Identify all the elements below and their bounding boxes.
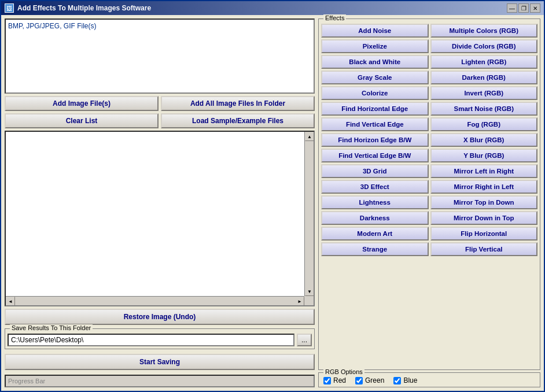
effect-button-smart-noise-rgb-[interactable]: Smart Noise (RGB) (430, 102, 538, 116)
clear-list-button[interactable]: Clear List (5, 113, 159, 128)
effect-button-x-blur-rgb-[interactable]: X Blur (RGB) (430, 133, 538, 147)
effects-label: Effects (323, 14, 346, 21)
red-checkbox[interactable] (323, 377, 331, 384)
scroll-up-arrow[interactable]: ▲ (305, 132, 314, 141)
title-bar-left: 🖼 Add Effects To Multiple Images Softwar… (5, 3, 151, 13)
horizontal-scrollbar[interactable]: ◄ ► (6, 296, 304, 305)
effect-button-lighten-rgb-[interactable]: Lighten (RGB) (430, 55, 538, 69)
green-label: Green (365, 376, 384, 384)
preview-content (6, 132, 304, 296)
right-panel: Effects Add NoiseMultiple Colors (RGB)Pi… (318, 19, 540, 387)
minimize-button[interactable]: — (507, 3, 517, 13)
btn-row-1: Add Image File(s) Add All Image Files In… (5, 96, 315, 111)
effect-button-flip-vertical[interactable]: Flip Vertical (430, 242, 538, 256)
effects-grid: Add NoiseMultiple Colors (RGB)PixelizeDi… (321, 24, 537, 256)
folder-path-input[interactable] (8, 334, 294, 346)
save-folder-label: Save Results To This Folder (10, 324, 93, 331)
effect-button-find-vertical-edge-b-w[interactable]: Find Vertical Edge B/W (321, 149, 429, 162)
load-sample-button[interactable]: Load Sample/Example Files (161, 113, 315, 128)
effect-button-3d-effect[interactable]: 3D Effect (321, 180, 429, 194)
effects-group: Effects Add NoiseMultiple Colors (RGB)Pi… (318, 19, 540, 370)
effect-button-gray-scale[interactable]: Gray Scale (321, 71, 429, 84)
rgb-options-group: RGB Options Red Green Blue (318, 372, 540, 387)
effect-button-find-horizontal-edge[interactable]: Find Horizontal Edge (321, 102, 429, 116)
scroll-down-arrow[interactable]: ▼ (305, 287, 314, 296)
rgb-row: Red Green Blue (323, 376, 535, 384)
effect-button-multiple-colors-rgb-[interactable]: Multiple Colors (RGB) (430, 24, 538, 38)
effect-button-mirror-top-in-down[interactable]: Mirror Top in Down (430, 195, 538, 209)
add-all-files-button[interactable]: Add All Image Files In Folder (161, 96, 315, 111)
window-title: Add Effects To Multiple Images Software (17, 4, 151, 12)
close-button[interactable]: ✕ (530, 3, 540, 13)
progress-bar: Progress Bar (5, 375, 315, 387)
save-folder-group: Save Results To This Folder ... (5, 328, 315, 349)
effect-button-strange[interactable]: Strange (321, 242, 429, 256)
effect-button-flip-horizontal[interactable]: Flip Horizontal (430, 227, 538, 241)
left-panel: BMP, JPG/JPEG, GIF File(s) Add Image Fil… (5, 19, 315, 387)
effect-button-lightness[interactable]: Lightness (321, 195, 429, 209)
effect-button-y-blur-rgb-[interactable]: Y Blur (RGB) (430, 149, 538, 162)
restore-button[interactable]: ❐ (518, 3, 529, 13)
scroll-left-arrow[interactable]: ◄ (6, 297, 15, 306)
effect-button-modern-art[interactable]: Modern Art (321, 227, 429, 241)
browse-button[interactable]: ... (297, 334, 312, 346)
effect-button-colorize[interactable]: Colorize (321, 86, 429, 100)
title-controls: — ❐ ✕ (507, 3, 540, 13)
effect-button-darken-rgb-[interactable]: Darken (RGB) (430, 71, 538, 84)
content-area: BMP, JPG/JPEG, GIF File(s) Add Image Fil… (1, 15, 544, 391)
effect-button-black-and-white[interactable]: Black and White (321, 55, 429, 69)
scroll-right-arrow[interactable]: ► (295, 297, 304, 306)
effect-button-find-vertical-edge[interactable]: Find Vertical Edge (321, 117, 429, 131)
file-list-box: BMP, JPG/JPEG, GIF File(s) (5, 19, 315, 94)
effect-button-3d-grid[interactable]: 3D Grid (321, 164, 429, 178)
app-icon: 🖼 (5, 3, 14, 13)
vertical-scrollbar[interactable]: ▲ ▼ (304, 132, 314, 296)
green-checkbox-item[interactable]: Green (355, 376, 384, 384)
scrollbar-corner (304, 296, 314, 305)
effect-button-find-horizon-edge-b-w[interactable]: Find Horizon Edge B/W (321, 133, 429, 147)
file-list-header: BMP, JPG/JPEG, GIF File(s) (7, 21, 312, 31)
start-saving-button[interactable]: Start Saving (5, 354, 315, 370)
blue-label: Blue (403, 376, 417, 384)
blue-checkbox-item[interactable]: Blue (393, 376, 417, 384)
red-label: Red (333, 376, 346, 384)
image-preview-area: ▲ ▼ ◄ ► (5, 131, 315, 306)
green-checkbox[interactable] (355, 377, 363, 384)
add-image-files-button[interactable]: Add Image File(s) (5, 96, 159, 111)
restore-image-button[interactable]: Restore Image (Undo) (5, 309, 315, 325)
btn-row-2: Clear List Load Sample/Example Files (5, 113, 315, 128)
folder-row: ... (8, 334, 312, 346)
effect-button-divide-colors-rgb-[interactable]: Divide Colors (RGB) (430, 39, 538, 53)
effect-button-pixelize[interactable]: Pixelize (321, 39, 429, 53)
effect-button-mirror-right-in-left[interactable]: Mirror Right in Left (430, 180, 538, 194)
effect-button-add-noise[interactable]: Add Noise (321, 24, 429, 38)
title-bar: 🖼 Add Effects To Multiple Images Softwar… (1, 1, 544, 15)
red-checkbox-item[interactable]: Red (323, 376, 346, 384)
effect-button-mirror-down-in-top[interactable]: Mirror Down in Top (430, 211, 538, 225)
rgb-options-label: RGB Options (323, 368, 364, 375)
effect-button-fog-rgb-[interactable]: Fog (RGB) (430, 117, 538, 131)
effect-button-invert-rgb-[interactable]: Invert (RGB) (430, 86, 538, 100)
blue-checkbox[interactable] (393, 377, 401, 384)
main-window: 🖼 Add Effects To Multiple Images Softwar… (0, 0, 545, 392)
effect-button-darkness[interactable]: Darkness (321, 211, 429, 225)
effect-button-mirror-left-in-right[interactable]: Mirror Left in Right (430, 164, 538, 178)
